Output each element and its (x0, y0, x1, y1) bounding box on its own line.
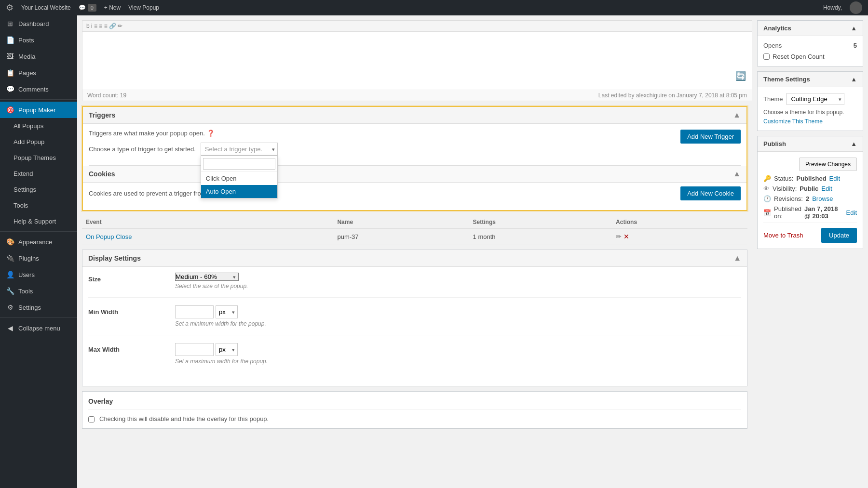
dropdown-option-auto-open[interactable]: Auto Open (201, 185, 277, 198)
sidebar-label-comments: Comments (18, 86, 49, 93)
new-link[interactable]: + New (104, 4, 121, 11)
sidebar-item-collapse[interactable]: ◀ Collapse menu (0, 320, 77, 336)
sidebar-item-popup-maker[interactable]: 🎯 Popup Maker (0, 102, 77, 118)
size-select[interactable]: Small - 40% Medium - 60% Large - 80% Ful… (175, 273, 239, 281)
settings-icon: ⚙ (6, 303, 14, 311)
max-width-input-group: px % (175, 343, 741, 356)
trigger-help-icon[interactable]: ❓ (207, 130, 215, 137)
sidebar-item-comments[interactable]: 💬 Comments (0, 81, 77, 97)
cookie-name: pum-37 (333, 229, 469, 245)
theme-select[interactable]: Cutting Edge Default Theme Light Box (787, 93, 844, 105)
analytics-header[interactable]: Analytics ▲ (758, 21, 863, 36)
col-settings: Settings (469, 216, 612, 229)
trigger-dropdown-popup: Click Open Auto Open (201, 156, 278, 198)
sidebar-label-dashboard: Dashboard (18, 20, 49, 27)
status-icon: 🔑 (763, 175, 771, 182)
site-name-link[interactable]: Your Local Website (21, 4, 71, 11)
size-label: Size (88, 273, 175, 283)
trigger-select[interactable]: Select a trigger type. (201, 143, 278, 156)
cookies-header[interactable]: Cookies ▲ (83, 166, 746, 183)
dropdown-option-click-open[interactable]: Click Open (201, 172, 277, 185)
media-icon: 🖼 (6, 53, 14, 60)
status-edit-link[interactable]: Edit (829, 175, 840, 182)
sidebar-label-help-support: Help & Support (14, 218, 56, 225)
last-edited: Last edited by alexchiguire on January 7… (598, 92, 747, 99)
opens-label: Opens (763, 42, 782, 49)
max-width-input[interactable] (175, 343, 214, 356)
reset-open-count-checkbox[interactable] (763, 53, 770, 60)
sidebar-label-popup-maker: Popup Maker (18, 106, 55, 114)
min-width-input[interactable] (175, 305, 214, 318)
theme-label: Theme (763, 95, 783, 103)
sidebar-item-users[interactable]: 👤 Users (0, 266, 77, 283)
sidebar-item-appearance[interactable]: 🎨 Appearance (0, 234, 77, 250)
sidebar-item-media[interactable]: 🖼 Media (0, 48, 77, 65)
revisions-browse-link[interactable]: Browse (812, 195, 833, 202)
visibility-label: Visibility: (773, 185, 797, 192)
publish-footer: Move to Trash Update (763, 223, 857, 243)
refresh-icon[interactable]: 🔄 (735, 71, 746, 81)
theme-row: Theme Cutting Edge Default Theme Light B… (763, 93, 857, 105)
theme-settings-header[interactable]: Theme Settings ▲ (758, 72, 863, 87)
overlay-body: Overlay Checking this will disable and h… (82, 392, 747, 428)
delete-cookie-button[interactable]: ✕ (624, 233, 629, 240)
status-row: 🔑 Status: Published Edit (763, 175, 857, 182)
add-trigger-button[interactable]: Add New Trigger (680, 130, 741, 144)
max-width-description: Set a maximum width for the popup. (175, 358, 741, 365)
trigger-placeholder: Select a trigger type. (205, 145, 262, 153)
sidebar-item-extend[interactable]: Extend (0, 166, 77, 182)
published-on-edit-link[interactable]: Edit (846, 209, 857, 216)
update-button[interactable]: Update (821, 228, 857, 243)
sidebar-item-all-popups[interactable]: All Popups (0, 118, 77, 134)
publish-header[interactable]: Publish ▲ (758, 136, 863, 152)
sidebar-item-popup-themes[interactable]: Popup Themes (0, 150, 77, 166)
editor-area: b i ≡ ≡ ≡ 🔗 ✏ 🔄 Word count: 19 Last edit… (82, 20, 752, 101)
comment-notif[interactable]: 💬 0 (79, 4, 96, 12)
pages-icon: 📋 (6, 69, 14, 77)
sidebar-item-settings[interactable]: Settings (0, 182, 77, 198)
min-width-unit-select[interactable]: px % (216, 305, 238, 318)
sidebar-label-appearance: Appearance (18, 238, 52, 246)
sidebar-item-posts[interactable]: 📄 Posts (0, 32, 77, 48)
display-settings-header[interactable]: Display Settings ▲ (82, 250, 747, 267)
publish-box: Publish ▲ Preview Changes 🔑 Status: Publ… (757, 136, 863, 249)
published-on-row: 📅 Published on: Jan 7, 2018 @ 20:03 Edit (763, 205, 857, 220)
view-popup-link[interactable]: View Popup (128, 4, 159, 11)
sidebar-label-users: Users (18, 271, 35, 278)
theme-settings-body: Theme Cutting Edge Default Theme Light B… (758, 87, 863, 131)
disable-overlay-checkbox[interactable] (88, 416, 95, 422)
edit-cookie-button[interactable]: ✏ (616, 233, 622, 240)
overlay-box: Overlay Checking this will disable and h… (82, 391, 747, 429)
sidebar-item-tools2[interactable]: 🔧 Tools (0, 283, 77, 299)
triggers-header[interactable]: Triggers ▲ (83, 107, 746, 124)
cookies-toggle-icon: ▲ (733, 170, 741, 178)
sidebar-item-tools[interactable]: Tools (0, 198, 77, 213)
disable-overlay-text: Checking this will disable and hide the … (99, 415, 269, 422)
customize-theme-link[interactable]: Customize This Theme (763, 118, 823, 125)
max-width-unit-wrapper: px % (216, 343, 238, 356)
sidebar-item-help-support[interactable]: Help & Support (0, 213, 77, 229)
sidebar-item-dashboard[interactable]: ⊞ Dashboard (0, 15, 77, 32)
cookie-event-link[interactable]: On Popup Close (86, 233, 132, 240)
move-to-trash-link[interactable]: Move to Trash (763, 232, 803, 239)
add-cookie-button[interactable]: Add New Cookie (680, 186, 741, 200)
max-width-unit-select[interactable]: px % (216, 343, 238, 356)
visibility-edit-link[interactable]: Edit (821, 185, 832, 192)
preview-changes-button[interactable]: Preview Changes (799, 158, 857, 171)
sidebar: ⊞ Dashboard 📄 Posts 🖼 Media 📋 Pages 💬 Co… (0, 15, 77, 488)
sidebar-label-settings2: Settings (18, 304, 41, 311)
sidebar-label-add-popup: Add Popup (14, 138, 44, 145)
min-width-unit-wrapper: px % (216, 305, 238, 318)
min-width-row: Min Width px % (88, 305, 741, 335)
sidebar-item-plugins[interactable]: 🔌 Plugins (0, 250, 77, 266)
dropdown-search-input[interactable] (203, 158, 275, 170)
dropdown-search (201, 156, 277, 172)
sidebar-item-pages[interactable]: 📋 Pages (0, 65, 77, 81)
sidebar-item-settings2[interactable]: ⚙ Settings (0, 299, 77, 316)
table-row: On Popup Close pum-37 1 month ✏ ✕ (82, 229, 747, 245)
min-width-description: Set a minimum width for the popup. (175, 320, 741, 327)
editor-body[interactable] (82, 32, 752, 90)
sidebar-item-add-popup[interactable]: Add Popup (0, 134, 77, 150)
right-sidebar: Analytics ▲ Opens 5 Reset Open Count (752, 15, 868, 488)
sidebar-label-pages: Pages (18, 69, 36, 77)
